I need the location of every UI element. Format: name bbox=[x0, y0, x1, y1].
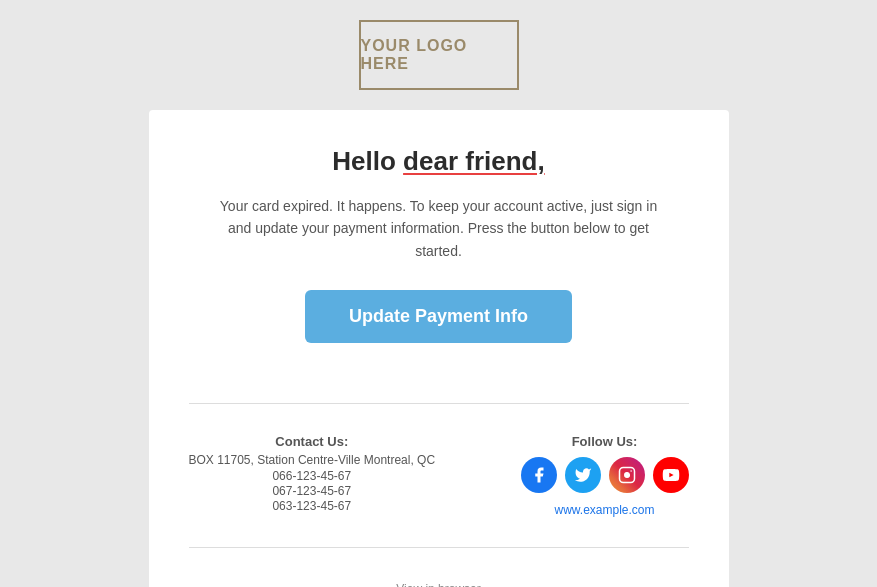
website-link[interactable]: www.example.com bbox=[554, 503, 654, 517]
social-icons-row bbox=[521, 457, 689, 493]
logo-text: YOUR LOGO HERE bbox=[361, 37, 517, 73]
email-card: Hello dear friend, Your card expired. It… bbox=[149, 110, 729, 587]
facebook-icon[interactable] bbox=[521, 457, 557, 493]
greeting-highlight: dear friend, bbox=[403, 146, 545, 176]
view-browser-section: View in browser bbox=[149, 568, 729, 587]
contact-label: Contact Us: bbox=[189, 434, 436, 449]
instagram-icon[interactable] bbox=[609, 457, 645, 493]
card-body: Hello dear friend, Your card expired. It… bbox=[149, 110, 729, 383]
update-payment-button[interactable]: Update Payment Info bbox=[305, 290, 572, 343]
twitter-icon[interactable] bbox=[565, 457, 601, 493]
follow-label: Follow Us: bbox=[521, 434, 689, 449]
follow-section: Follow Us: www.example.com bbox=[521, 434, 689, 517]
youtube-icon[interactable] bbox=[653, 457, 689, 493]
divider-bottom bbox=[189, 547, 689, 548]
contact-phone-2: 067-123-45-67 bbox=[189, 484, 436, 498]
greeting-heading: Hello dear friend, bbox=[209, 146, 669, 177]
view-browser-link[interactable]: View in browser bbox=[396, 582, 480, 587]
logo-container: YOUR LOGO HERE bbox=[359, 20, 519, 90]
body-text: Your card expired. It happens. To keep y… bbox=[209, 195, 669, 262]
contact-phone-1: 066-123-45-67 bbox=[189, 469, 436, 483]
greeting-prefix: Hello bbox=[332, 146, 403, 176]
divider-top bbox=[189, 403, 689, 404]
contact-section: Contact Us: BOX 11705, Station Centre-Vi… bbox=[189, 434, 436, 514]
contact-address: BOX 11705, Station Centre-Ville Montreal… bbox=[189, 453, 436, 467]
footer-info: Contact Us: BOX 11705, Station Centre-Vi… bbox=[149, 424, 729, 527]
contact-phone-3: 063-123-45-67 bbox=[189, 499, 436, 513]
